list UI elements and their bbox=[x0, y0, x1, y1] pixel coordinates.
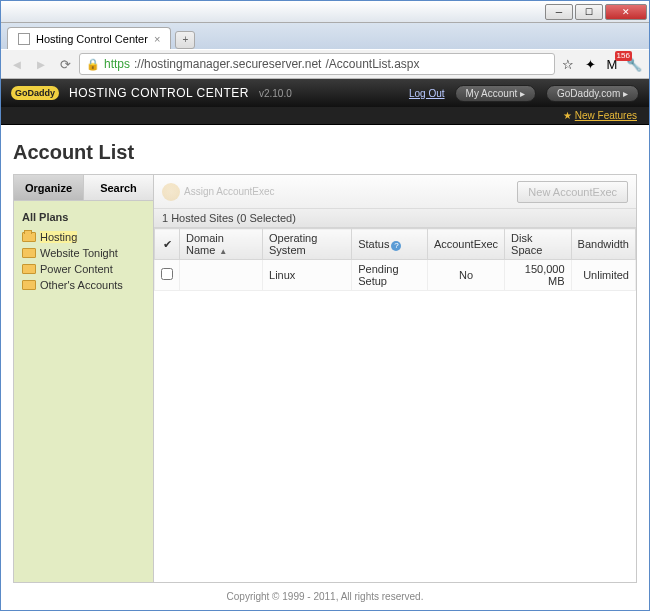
tab-title: Hosting Control Center bbox=[36, 33, 148, 45]
sidebar-item-website-tonight[interactable]: Website Tonight bbox=[14, 245, 153, 261]
plans-header: All Plans bbox=[14, 201, 153, 229]
page-content: GoDaddy HOSTING CONTROL CENTER v2.10.0 L… bbox=[1, 79, 649, 610]
gmail-extension-icon[interactable]: M156 bbox=[603, 55, 621, 73]
sort-asc-icon: ▲ bbox=[219, 247, 227, 256]
main-area: Assign AccountExec New AccountExec 1 Hos… bbox=[154, 175, 636, 582]
sidebar-item-label: Other's Accounts bbox=[40, 279, 123, 291]
lock-icon: 🔒 bbox=[86, 58, 100, 71]
browser-navbar: ◄ ► ⟳ 🔒 https://hostingmanager.secureser… bbox=[1, 49, 649, 79]
star-icon: ★ bbox=[563, 110, 572, 121]
forward-button[interactable]: ► bbox=[31, 54, 51, 74]
new-tab-button[interactable]: + bbox=[175, 31, 195, 49]
col-domain[interactable]: Domain Name▲ bbox=[180, 229, 263, 260]
page-icon bbox=[18, 33, 30, 45]
window-close-button[interactable]: ✕ bbox=[605, 4, 647, 20]
app-version: v2.10.0 bbox=[259, 88, 292, 99]
brand-logo: GoDaddy bbox=[11, 86, 59, 100]
url-protocol: https bbox=[104, 57, 130, 71]
browser-tabbar: Hosting Control Center × + bbox=[1, 23, 649, 49]
person-icon bbox=[162, 183, 180, 201]
reload-button[interactable]: ⟳ bbox=[55, 54, 75, 74]
cell-disk: 150,000 MB bbox=[505, 260, 571, 291]
url-host: ://hostingmanager.secureserver.net bbox=[134, 57, 321, 71]
window-minimize-button[interactable]: ─ bbox=[545, 4, 573, 20]
info-icon[interactable]: ? bbox=[391, 241, 401, 251]
sidebar-item-power-content[interactable]: Power Content bbox=[14, 261, 153, 277]
cell-bandwidth: Unlimited bbox=[571, 260, 635, 291]
folder-open-icon bbox=[22, 232, 36, 242]
browser-window: ─ ☐ ✕ Hosting Control Center × + ◄ ► ⟳ 🔒… bbox=[0, 0, 650, 611]
cell-domain bbox=[180, 260, 263, 291]
page-title: Account List bbox=[13, 141, 637, 164]
sidebar-item-label: Website Tonight bbox=[40, 247, 118, 259]
bookmark-star-icon[interactable]: ☆ bbox=[559, 55, 577, 73]
tab-organize[interactable]: Organize bbox=[14, 175, 84, 201]
back-button[interactable]: ◄ bbox=[7, 54, 27, 74]
app-header: GoDaddy HOSTING CONTROL CENTER v2.10.0 L… bbox=[1, 79, 649, 107]
window-maximize-button[interactable]: ☐ bbox=[575, 4, 603, 20]
gmail-badge: 156 bbox=[615, 51, 632, 61]
cell-status: Pending Setup bbox=[352, 260, 428, 291]
app-title: HOSTING CONTROL CENTER bbox=[69, 86, 249, 100]
new-accountexec-button[interactable]: New AccountExec bbox=[517, 181, 628, 203]
folder-icon bbox=[22, 248, 36, 258]
url-path: /AccountList.aspx bbox=[325, 57, 419, 71]
col-bandwidth[interactable]: Bandwidth bbox=[571, 229, 635, 260]
my-account-button[interactable]: My Account ▸ bbox=[455, 85, 536, 102]
sidebar-item-others-accounts[interactable]: Other's Accounts bbox=[14, 277, 153, 293]
count-bar: 1 Hosted Sites (0 Selected) bbox=[154, 209, 636, 228]
col-status[interactable]: Status? bbox=[352, 229, 428, 260]
folder-icon bbox=[22, 280, 36, 290]
tab-search[interactable]: Search bbox=[84, 175, 153, 201]
col-disk[interactable]: Disk Space bbox=[505, 229, 571, 260]
logout-link[interactable]: Log Out bbox=[409, 88, 445, 99]
godaddy-button[interactable]: GoDaddy.com ▸ bbox=[546, 85, 639, 102]
col-checkbox[interactable]: ✔ bbox=[155, 229, 180, 260]
sidebar-item-label: Power Content bbox=[40, 263, 113, 275]
new-features-link[interactable]: New Features bbox=[575, 110, 637, 121]
address-bar[interactable]: 🔒 https://hostingmanager.secureserver.ne… bbox=[79, 53, 555, 75]
row-checkbox[interactable] bbox=[161, 268, 173, 280]
col-os[interactable]: Operating System bbox=[263, 229, 352, 260]
features-bar: ★ New Features bbox=[1, 107, 649, 125]
browser-tab[interactable]: Hosting Control Center × bbox=[7, 27, 171, 49]
folder-icon bbox=[22, 264, 36, 274]
table-row[interactable]: Linux Pending Setup No 150,000 MB Unlimi… bbox=[155, 260, 636, 291]
footer-copyright: Copyright © 1999 - 2011, All rights rese… bbox=[13, 583, 637, 606]
extension-icon[interactable]: ✦ bbox=[581, 55, 599, 73]
assign-accountexec-button: Assign AccountExec bbox=[162, 183, 275, 201]
col-accountexec[interactable]: AccountExec bbox=[427, 229, 504, 260]
sidebar: Organize Search All Plans Hosting Websit… bbox=[14, 175, 154, 582]
sidebar-item-label: Hosting bbox=[40, 231, 77, 243]
window-titlebar: ─ ☐ ✕ bbox=[1, 1, 649, 23]
cell-accountexec: No bbox=[427, 260, 504, 291]
accounts-table: ✔ Domain Name▲ Operating System Status? … bbox=[154, 228, 636, 291]
toolbar: Assign AccountExec New AccountExec bbox=[154, 175, 636, 209]
cell-os: Linux bbox=[263, 260, 352, 291]
sidebar-item-hosting[interactable]: Hosting bbox=[14, 229, 153, 245]
tab-close-icon[interactable]: × bbox=[154, 33, 160, 45]
main-panel: Organize Search All Plans Hosting Websit… bbox=[13, 174, 637, 583]
